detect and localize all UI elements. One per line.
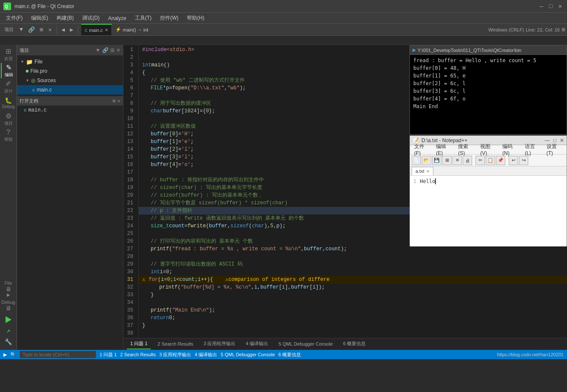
toolbar-filter[interactable]: ▼ <box>18 26 25 34</box>
bottom-tab-2[interactable]: 2 Search Results <box>154 340 197 349</box>
npp-redo-btn[interactable]: ↪ <box>519 156 528 165</box>
npp-menu-settings[interactable]: 设置(T) <box>544 142 565 157</box>
maximize-button[interactable]: □ <box>547 3 554 10</box>
activity-help[interactable]: ? 帮助 <box>1 128 16 143</box>
status-search-icon: 🔍 <box>10 352 16 358</box>
npp-menu-encoding[interactable]: 编码(N) <box>500 142 521 157</box>
bottom-tab-3[interactable]: 3 应用程序输出 <box>200 339 239 349</box>
tab-close-btn[interactable]: ✕ <box>105 28 108 32</box>
activity-design[interactable]: ✐ 设计 <box>1 79 16 94</box>
tree-label-mainc: main.c <box>37 87 52 93</box>
minimize-button[interactable]: — <box>538 3 545 10</box>
bottom-tab-6[interactable]: 6 概要信息 <box>340 339 369 349</box>
code-line-28 <box>139 253 567 260</box>
status-problems[interactable]: 1 问题 1 <box>100 352 117 358</box>
sidebar-link-btn[interactable]: 🔗 <box>102 47 109 53</box>
ln-11: 11 <box>123 123 135 130</box>
status-search-input[interactable] <box>20 351 96 358</box>
run-button[interactable] <box>1 315 16 324</box>
activity-debug[interactable]: 🐛 Debug <box>1 95 16 111</box>
activity-welcome[interactable]: ⊞ 欢迎 <box>1 47 16 62</box>
menu-item-b[interactable]: 构建(B) <box>52 14 78 23</box>
activity-file-item[interactable]: File 🖥 ▶ <box>1 281 16 296</box>
activity-edit[interactable]: ✎ 编辑 <box>1 63 16 78</box>
toolbar-link[interactable]: 🔗 <box>26 26 37 34</box>
status-app-output[interactable]: 3 应用程序输出 <box>159 352 191 358</box>
ln-21: 21 <box>123 199 135 207</box>
sidebar-split-btn[interactable]: ⊞ <box>110 47 115 53</box>
menu-item-h[interactable]: 帮助(H) <box>183 14 209 23</box>
open-docs-close[interactable]: ✕ <box>117 98 120 104</box>
activity-debug-item[interactable]: Debug 🖥 <box>1 298 16 313</box>
toolbar-split[interactable]: ⊞ <box>38 26 45 34</box>
bottom-tabs-bar: 1 问题 12 Search Results3 应用程序输出4 编译输出5 QM… <box>123 338 567 350</box>
npp-open-btn[interactable]: 📂 <box>422 156 431 165</box>
status-compile-output[interactable]: 4 编译输出 <box>195 352 217 358</box>
npp-save-btn[interactable]: 💾 <box>432 156 441 165</box>
menu-item-d[interactable]: 调试(D) <box>78 14 104 23</box>
tab-main-c[interactable]: c main.c ✕ <box>81 24 112 35</box>
toolbar-close[interactable]: ✕ <box>47 26 54 34</box>
tree-label-sources: Sources <box>37 77 56 83</box>
toolbar-back[interactable]: ◀ <box>60 26 66 34</box>
menu-item-analyze[interactable]: Analyze <box>104 14 131 22</box>
npp-tab-label: a.txt <box>415 169 424 174</box>
menu-item-w[interactable]: 控件(W) <box>156 14 183 23</box>
open-doc-mainc[interactable]: c main.c <box>17 106 123 115</box>
npp-menu-edit[interactable]: 编辑(E) <box>433 142 455 157</box>
toolbar-forward[interactable]: ▶ <box>68 26 75 34</box>
sidebar: 项目 ▼ 🔗 ⊞ ✕ ▼ 📁 File ■ File.pro ▼ ◎ Sourc… <box>17 45 123 350</box>
status-qml-debugger[interactable]: 5 QML Debugger Console <box>221 352 275 357</box>
npp-code-line-1: Hello <box>420 177 436 185</box>
tree-item-filepro[interactable]: ■ File.pro <box>17 66 123 76</box>
npp-tab-atxt[interactable]: a.txt ✕ <box>412 167 433 175</box>
sidebar-close-btn[interactable]: ✕ <box>116 47 120 53</box>
ln-9: 9 <box>123 107 135 115</box>
close-button[interactable]: ✕ <box>557 3 564 10</box>
code-editor[interactable]: 1 2 3 4 5 6 7 8 9 10 11 12 13 14 15 16 1 <box>123 45 567 338</box>
menu-item-e[interactable]: 编辑(E) <box>27 14 52 23</box>
npp-cut-btn[interactable]: ✂ <box>475 156 485 165</box>
npp-save-all-btn[interactable]: ⊞ <box>442 156 452 165</box>
npp-paste-btn[interactable]: 📌 <box>496 156 505 165</box>
console-panel[interactable]: ▶ Y:\001_DevelopTools\011_QT\Tools\QtCre… <box>410 45 567 134</box>
npp-menu-file[interactable]: 文件(F) <box>412 142 432 157</box>
step-button[interactable]: ↗ <box>1 326 16 335</box>
npp-tab-close[interactable]: ✕ <box>426 169 430 174</box>
bottom-tab-1[interactable]: 1 问题 1 <box>127 339 151 349</box>
ln-38: 38 <box>123 329 135 337</box>
activity-bottom: File 🖥 ▶ Debug 🖥 ↗ 🔧 <box>0 281 17 350</box>
npp-menu-language[interactable]: 语言(L) <box>522 142 543 157</box>
bottom-tab-5[interactable]: 5 QML Debugger Console <box>275 340 336 349</box>
wrench-button[interactable]: 🔧 <box>1 337 16 346</box>
tree-item-sources[interactable]: ▼ ◎ Sources <box>17 76 123 85</box>
npp-undo-btn[interactable]: ↩ <box>509 156 518 165</box>
menu-item-f[interactable]: 文件(F) <box>2 14 27 23</box>
menu-item-t[interactable]: 工具(T) <box>131 14 156 23</box>
activity-project[interactable]: ⚙ 项目 <box>1 112 16 127</box>
expand-btn[interactable]: ⊞ <box>561 27 565 32</box>
tree-item-file[interactable]: ▼ 📁 File <box>17 57 123 66</box>
window-title: main.c @ File - Qt Creator <box>14 3 538 9</box>
notepad-panel[interactable]: 📝 D:\a.txt - Notepad++ — □ ✕ 文件(F) 编辑(E) <box>410 135 567 246</box>
status-search-results[interactable]: 2 Search Results <box>120 352 156 357</box>
tab-label: main.c <box>89 28 103 33</box>
open-docs-split[interactable]: ⊞ <box>113 98 116 104</box>
tree-item-mainc[interactable]: c main.c <box>17 85 123 94</box>
status-hide-btn[interactable]: ▶ <box>3 352 7 358</box>
npp-menu-view[interactable]: 视图(V) <box>478 142 499 157</box>
npp-menu-search[interactable]: 搜索(S) <box>455 142 477 157</box>
bottom-tab-4[interactable]: 4 编译输出 <box>242 339 272 349</box>
status-summary[interactable]: 6 概要信息 <box>278 352 301 358</box>
ln-23: 23 <box>123 215 135 222</box>
npp-close-btn2[interactable]: ✕ <box>452 156 462 165</box>
notepad-content[interactable]: 1 Hello <box>410 176 567 246</box>
npp-print-btn[interactable]: 🖨 <box>463 156 472 165</box>
npp-new-btn[interactable]: 📄 <box>412 156 421 165</box>
npp-copy-btn[interactable]: 📋 <box>486 156 495 165</box>
sidebar-filter-btn[interactable]: ▼ <box>95 47 100 53</box>
code-line-33: } <box>139 291 567 299</box>
code-line-38 <box>139 329 567 337</box>
ln-29: 29 <box>123 260 135 268</box>
file-tree: ▼ 📁 File ■ File.pro ▼ ◎ Sources c main.c <box>17 55 123 96</box>
